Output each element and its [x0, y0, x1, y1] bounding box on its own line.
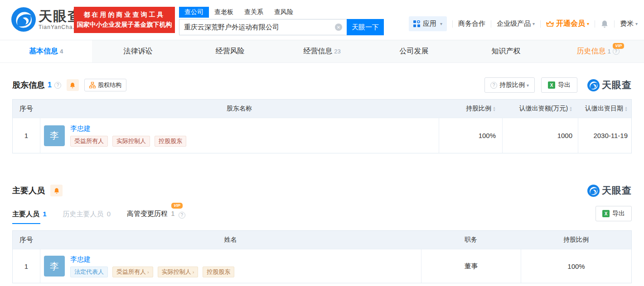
holding-ratio-label: 持股比例 — [499, 81, 525, 89]
subscribed-date-value: 2030-11-19 — [578, 118, 631, 153]
tab-label: 知识产权 — [492, 47, 521, 56]
watermark-label: 天眼查 — [602, 79, 632, 91]
member-name-link[interactable]: 李忠建 — [70, 255, 91, 264]
tianyancha-swirl-icon — [587, 79, 600, 91]
tianyancha-swirl-icon — [11, 7, 36, 32]
holding-ratio-dropdown[interactable]: 持股比例 — [484, 77, 535, 93]
tag-actual-controller: 实际控制人 — [112, 136, 150, 147]
member-row: 1 李 李忠建 法定代表人 受益所有人 — [13, 249, 631, 283]
bell-icon — [69, 82, 76, 89]
tianyancha-watermark: 天眼查 — [587, 79, 632, 91]
equity-structure-button[interactable]: 股权结构 — [84, 79, 126, 91]
excel-icon — [602, 210, 610, 217]
username: 费米 — [620, 19, 634, 28]
export-button[interactable]: 导出 — [541, 77, 577, 93]
monitor-bell-button[interactable] — [67, 79, 79, 91]
shareholders-count: 1 — [48, 81, 52, 89]
search-button[interactable]: 天眼一下 — [347, 19, 384, 35]
caret-down-icon — [533, 21, 535, 26]
tab-basic-info[interactable]: 基本信息 4 — [0, 40, 92, 62]
row-index: 1 — [13, 118, 40, 153]
help-icon[interactable] — [179, 212, 185, 219]
sort-icon[interactable] — [569, 106, 572, 111]
tab-count: 1 — [607, 48, 610, 55]
members-title: 主要人员 — [12, 185, 45, 196]
tag-controlling-shareholder: 控股股东 — [203, 267, 234, 277]
subtab-key-members[interactable]: 主要人员 1 — [12, 210, 47, 224]
clear-search-icon[interactable] — [335, 24, 342, 31]
col-holding-ratio[interactable]: 持股比例 — [439, 105, 502, 113]
org-chart-icon — [89, 82, 96, 88]
col-label: 持股比例 — [466, 105, 491, 113]
tab-label: 公司发展 — [400, 47, 429, 56]
shareholders-title: 股东信息 — [12, 80, 45, 91]
vip-badge: VIP — [613, 43, 624, 49]
sort-icon[interactable] — [625, 106, 628, 111]
search-tab-risk[interactable]: 查风险 — [269, 7, 299, 18]
shareholders-table-header: 序号 股东名称 持股比例 认缴出资额(万元) 认缴出资日期 — [13, 100, 631, 118]
shareholder-row: 1 李 李忠建 受益所有人 实际控制人 控股股东 — [13, 118, 631, 153]
member-cell: 李 李忠建 法定代表人 受益所有人 实际控制人 — [40, 249, 421, 283]
divider — [452, 20, 453, 28]
vip-badge: VIP — [171, 203, 183, 209]
search-tabs: 查公司 查老板 查关系 查风险 — [179, 6, 384, 18]
watermark-label: 天眼查 — [602, 184, 632, 197]
members-table-header: 序号 姓名 职务 持股比例 — [13, 231, 631, 249]
crown-icon — [546, 21, 554, 27]
export-button[interactable]: 导出 — [596, 206, 632, 221]
row-index: 1 — [13, 249, 40, 283]
apps-menu[interactable]: 应用 — [409, 16, 447, 31]
help-icon[interactable] — [54, 82, 61, 89]
apps-label: 应用 — [423, 19, 436, 28]
subtab-executive-changes[interactable]: VIP 高管变更历程 1 — [127, 210, 185, 224]
tab-company-development[interactable]: 公司发展 — [368, 40, 460, 62]
grid-icon — [413, 20, 420, 27]
search-box: 查公司 查老板 查关系 查风险 天眼一下 — [179, 6, 384, 35]
divider — [540, 20, 541, 28]
company-section-tabs: 基本信息 4 法律诉讼 经营风险 经营信息 23 公司发展 知识产权 VIP 历… — [0, 40, 644, 63]
tab-label: 基本信息 — [29, 47, 58, 56]
subtab-count: 1 — [171, 210, 174, 217]
open-vip-button[interactable]: 开通会员 — [546, 19, 589, 29]
shareholder-name-link[interactable]: 李忠建 — [70, 124, 91, 133]
tab-operation-risk[interactable]: 经营风险 — [184, 40, 276, 62]
tag-beneficial-owner: 受益所有人 — [70, 136, 108, 147]
user-menu[interactable]: 费米 — [620, 19, 638, 28]
col-label: 认缴出资额(万元) — [519, 105, 568, 113]
sort-icon[interactable] — [493, 106, 496, 111]
help-icon — [490, 82, 497, 89]
tab-label: 历史信息 — [576, 47, 605, 56]
search-tab-company[interactable]: 查公司 — [179, 7, 209, 18]
subtab-count: 1 — [43, 210, 46, 218]
nav-cooperation[interactable]: 商务合作 — [458, 19, 485, 28]
col-holding-ratio: 持股比例 — [521, 236, 631, 244]
nav-enterprise[interactable]: 企业级产品 — [497, 19, 535, 28]
export-label: 导出 — [558, 81, 571, 89]
avatar: 李 — [44, 256, 65, 276]
tab-history-info[interactable]: VIP 历史信息 1 — [552, 40, 644, 62]
tab-legal-litigation[interactable]: 法律诉讼 — [92, 40, 184, 62]
bell-icon — [53, 187, 60, 194]
col-subscribed-amount[interactable]: 认缴出资额(万元) — [502, 105, 578, 113]
slogan-banner: 都在用的商业查询工具 国家中小企业发展子基金旗下机构 — [74, 7, 175, 33]
subtab-label: 主要人员 — [12, 210, 39, 218]
help-icon[interactable] — [613, 48, 620, 55]
top-header: 天眼查 TianYanCha.com 都在用的商业查询工具 国家中小企业发展子基… — [0, 0, 644, 40]
shareholders-section: 股东信息 1 股权结构 持股比例 — [12, 77, 632, 153]
notifications-bell-icon[interactable] — [600, 20, 609, 28]
caret-down-icon — [440, 21, 442, 26]
tab-count: 4 — [60, 48, 63, 55]
search-tab-relation[interactable]: 查关系 — [239, 7, 269, 18]
subtab-history-members[interactable]: 历史主要人员 0 — [63, 210, 111, 224]
col-subscribed-date[interactable]: 认缴出资日期 — [578, 105, 631, 113]
members-table: 序号 姓名 职务 持股比例 1 李 李忠建 法定代表人 受 — [12, 230, 632, 283]
subtab-count: 0 — [107, 210, 111, 218]
tag-actual-controller[interactable]: 实际控制人 — [158, 267, 199, 277]
monitor-bell-button[interactable] — [50, 185, 63, 196]
tab-intellectual-property[interactable]: 知识产权 — [460, 40, 552, 62]
search-input[interactable] — [179, 19, 347, 35]
tab-operation-info[interactable]: 经营信息 23 — [276, 40, 368, 62]
tab-label: 经营风险 — [216, 47, 245, 56]
tag-beneficial-owner[interactable]: 受益所有人 — [112, 267, 153, 277]
search-tab-boss[interactable]: 查老板 — [209, 7, 239, 18]
